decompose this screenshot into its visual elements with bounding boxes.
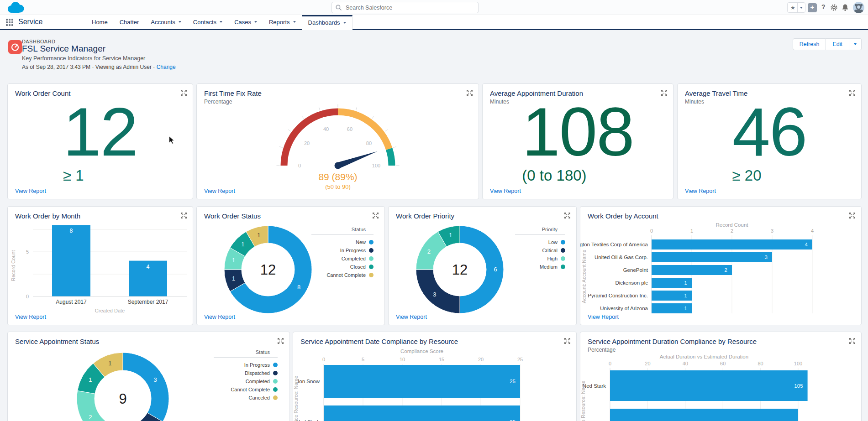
legend-item[interactable]: New [311,238,374,246]
expand-icon[interactable] [848,89,856,97]
tab-accounts[interactable]: Accounts [145,15,187,29]
expand-icon[interactable] [660,89,668,97]
favorites-control[interactable]: ★ [787,2,805,13]
metric-widget: 46 ≥ 20 [678,98,861,184]
expand-icon[interactable] [180,212,187,219]
view-report-link[interactable]: View Report [396,314,427,320]
search-input[interactable] [331,2,479,13]
metric-value: 108 [522,98,633,166]
legend-item[interactable]: In Progress [311,246,374,255]
view-report-link[interactable]: View Report [15,314,46,320]
legend-item[interactable]: High [515,255,565,263]
y-category-label: GenePoint [623,267,648,273]
y-axis-title: Record Count [11,250,16,281]
favorite-star-icon[interactable]: ★ [788,5,797,11]
tab-dashboards[interactable]: Dashboards [302,15,352,29]
legend-dot [561,256,565,261]
legend-item[interactable]: Canceled [214,394,278,402]
bar [652,252,772,262]
tab-cases[interactable]: Cases [228,15,263,29]
tab-reports[interactable]: Reports [263,15,302,29]
expand-icon[interactable] [848,212,856,219]
chevron-down-icon [854,43,857,45]
y-category-label: United Oil & Gas Corp. [594,255,648,260]
refresh-button[interactable]: Refresh [793,38,826,50]
donut-chart[interactable]: 322119 [15,346,234,421]
x-tick-label: 10 [400,357,405,362]
expand-icon[interactable] [372,212,379,219]
x-tick-label: 15 [439,357,444,362]
card-work-order-status: Work Order Status 8111112 Status NewIn P… [196,206,385,325]
view-report-link[interactable]: View Report [588,314,619,320]
view-report-link[interactable]: View Report [204,314,235,320]
dashboard-object-icon [8,40,22,54]
legend-item[interactable]: Dispatched [214,369,278,377]
legend-item[interactable]: Critical [515,246,565,255]
legend-item[interactable]: Cannot Complete [214,385,278,394]
card-work-order-count: Work Order Count 12 ≥ 1 View Report [7,83,193,199]
expand-icon[interactable] [848,338,856,345]
horizontal-bar-chart[interactable]: Actual Duration vs Estimated Duration020… [580,353,862,421]
y-tick-label: 5 [26,249,29,255]
card-work-order-by-month: Work Order by Month 058August 20174Septe… [7,206,193,325]
expand-icon[interactable] [466,89,473,97]
slice-value-label: 1 [257,232,260,239]
legend-label: Cannot Complete [231,387,270,392]
legend-item[interactable]: Cannot Complete [311,271,374,279]
legend-dot [369,265,374,269]
tab-chatter[interactable]: Chatter [114,15,145,29]
legend-item[interactable]: Completed [311,255,374,263]
card-sa-duration-compliance: Service Appointment Duration Compliance … [580,332,862,421]
salesforce-logo-icon[interactable] [6,1,25,14]
donut-slice [77,390,113,421]
chevron-down-icon[interactable] [800,7,803,9]
expand-icon[interactable] [277,338,284,345]
view-report-link[interactable]: View Report [685,188,716,194]
page: { "app": { "search_placeholder": "Search… [0,0,868,421]
card-title: Work Order Status [204,212,366,220]
expand-icon[interactable] [563,338,571,345]
legend-item[interactable]: Medium [515,263,565,271]
edit-button[interactable]: Edit [826,38,849,50]
help-icon[interactable]: ? [821,3,826,10]
view-report-link[interactable]: View Report [15,188,46,194]
x-category-label: September 2017 [128,299,168,305]
legend-dot [369,273,374,277]
change-link[interactable]: Change [157,64,176,70]
app-launcher-icon[interactable] [6,19,13,26]
view-report-link[interactable]: View Report [204,188,235,194]
legend-dot [273,395,278,400]
legend-title: Status [311,227,374,235]
legend-item[interactable]: In Progress [214,361,278,369]
user-avatar[interactable] [853,2,864,13]
expand-icon[interactable] [180,89,187,97]
bar-chart[interactable]: 058August 20174September 2017Created Dat… [8,222,194,318]
gauge-chart[interactable]: 02040608010089 (89%)(50 to 90) [203,104,473,195]
y-axis-title: Account: Account Name [581,249,587,303]
x-axis-title: Actual Duration vs Estimated Duration [660,354,748,359]
donut-chart[interactable]: 632112 [396,222,528,316]
legend-item[interactable]: Low [515,238,565,246]
donut-total: 9 [119,391,126,407]
view-report-link[interactable]: View Report [490,188,521,194]
horizontal-bar-chart[interactable]: Record Count012344Burlington Textiles Co… [580,220,862,318]
card-title: Work Order by Month [15,212,174,220]
y-category-label: University of Arizona [600,306,648,311]
notifications-bell-icon[interactable] [842,4,849,11]
page-title: FSL Service Manager [22,44,105,54]
tab-home[interactable]: Home [86,15,114,29]
slice-value-label: 1 [232,257,235,264]
tab-contacts[interactable]: Contacts [187,15,228,29]
x-axis-title: Record Count [716,222,749,228]
gauge-needle [337,151,378,169]
gauge-value-label: 89 (89%) [318,172,357,182]
expand-icon[interactable] [563,212,571,219]
legend-item[interactable]: Closed [311,263,374,271]
more-actions-button[interactable] [849,38,862,50]
legend-item[interactable]: Completed [214,377,278,385]
legend-dot [561,248,565,253]
dashboard-description: Key Performance Indicators for Service M… [22,55,145,62]
setup-gear-icon[interactable] [830,4,838,11]
add-icon[interactable]: + [808,3,817,12]
horizontal-bar-chart[interactable]: Compliance Score051015202525Jon Snow25Ne… [293,346,577,421]
